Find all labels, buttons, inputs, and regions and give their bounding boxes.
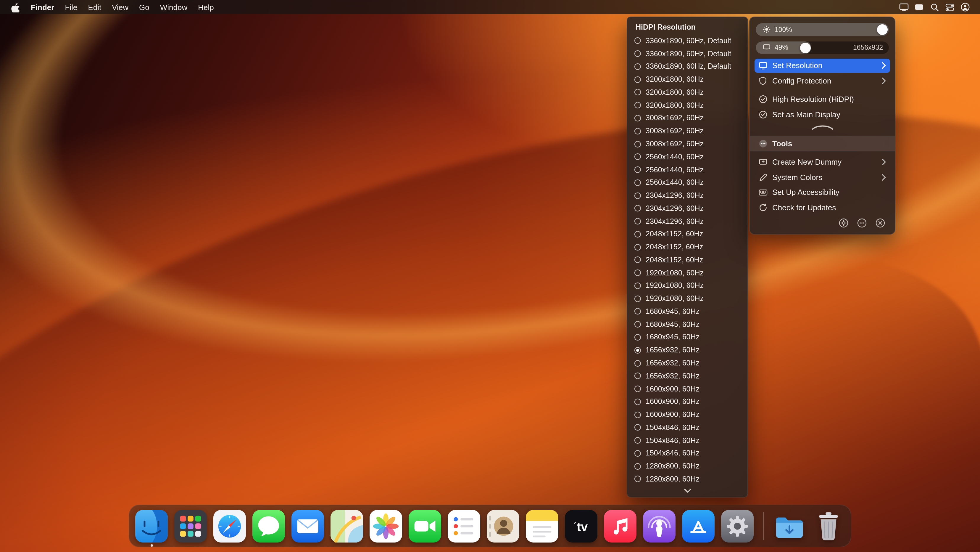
resolution-option[interactable]: 1600x900, 60Hz [627, 382, 748, 395]
dock-icon-finder[interactable] [135, 510, 168, 542]
resolution-option[interactable]: 2560x1440, 60Hz [627, 150, 748, 163]
resolution-option[interactable]: 2304x1296, 60Hz [627, 189, 748, 202]
resolution-option[interactable]: 1680x945, 60Hz [627, 318, 748, 331]
resolution-option[interactable]: 1920x1080, 60Hz [627, 279, 748, 292]
resolution-option[interactable]: 1600x900, 60Hz [627, 395, 748, 408]
resolution-option[interactable]: 1656x932, 60Hz [627, 357, 748, 370]
dock-icon-facetime[interactable] [409, 510, 441, 542]
resolution-option[interactable]: 1504x846, 60Hz [627, 447, 748, 460]
resolution-option[interactable]: 1680x945, 60Hz [627, 305, 748, 318]
resolution-option[interactable]: 1656x932, 60Hz [627, 370, 748, 383]
resolution-option[interactable]: 1680x945, 60Hz [627, 331, 748, 344]
resolution-option[interactable]: 3200x1800, 60Hz [627, 73, 748, 86]
menu-edit[interactable]: Edit [83, 0, 107, 14]
menu-file[interactable]: File [59, 0, 83, 14]
tools-title: Tools [772, 139, 792, 148]
resolution-option[interactable]: 2048x1152, 60Hz [627, 254, 748, 266]
resolution-option[interactable]: 1280x800, 60Hz [627, 460, 748, 473]
resolution-option-label: 1600x900, 60Hz [646, 384, 700, 393]
resolution-option[interactable]: 1656x932, 60Hz [627, 344, 748, 357]
resolution-option-label: 2560x1440, 60Hz [646, 153, 704, 161]
collapse-control[interactable] [754, 123, 890, 131]
menu-item-config-protection[interactable]: Config Protection [754, 74, 890, 88]
dock-icon-downloads[interactable] [773, 510, 806, 542]
radio-icon [635, 154, 641, 160]
resolution-option[interactable]: 3008x1692, 60Hz [627, 137, 748, 150]
brightness-slider[interactable]: 100% [756, 23, 889, 36]
dock-icon-music[interactable] [604, 510, 636, 542]
radio-icon [635, 218, 641, 225]
menu-app-name[interactable]: Finder [25, 0, 59, 14]
dock-icon-safari[interactable] [213, 510, 246, 542]
scale-slider[interactable]: 49% 1656x932 [756, 41, 889, 54]
resolution-option[interactable]: 3008x1692, 60Hz [627, 124, 748, 138]
resolution-option[interactable]: 1920x1080, 60Hz [627, 292, 748, 305]
account-icon[interactable] [958, 0, 973, 14]
menu-item-high-resolution[interactable]: High Resolution (HiDPI) [754, 93, 890, 106]
paintbrush-icon [758, 173, 768, 182]
close-icon[interactable] [875, 217, 885, 228]
resolution-option[interactable]: 3360x1890, 60Hz, Default [627, 47, 748, 61]
resolution-option[interactable]: 1600x900, 60Hz [627, 408, 748, 421]
menu-item-set-resolution[interactable]: Set Resolution [754, 59, 890, 73]
resolution-option-label: 2560x1440, 60Hz [646, 166, 704, 174]
resolution-option[interactable]: 3200x1800, 60Hz [627, 86, 748, 99]
dock-icon-contacts[interactable] [487, 510, 519, 542]
resolution-option[interactable]: 1920x1080, 60Hz [627, 266, 748, 279]
resolution-option[interactable]: 3008x1692, 60Hz [627, 112, 748, 124]
resolution-option[interactable]: 3200x1800, 60Hz [627, 99, 748, 112]
resolution-option[interactable]: 2048x1152, 60Hz [627, 228, 748, 241]
menu-go[interactable]: Go [134, 0, 155, 14]
resolution-option[interactable]: 2560x1440, 60Hz [627, 176, 748, 189]
apple-menu[interactable] [7, 0, 25, 14]
resolution-option[interactable]: 2560x1440, 60Hz [627, 163, 748, 176]
resolution-option[interactable]: 3360x1890, 60Hz, Default [627, 34, 748, 47]
dock-icon-notes[interactable] [526, 510, 558, 542]
refresh-icon [758, 203, 768, 212]
dock-icon-messages[interactable] [252, 510, 285, 542]
more-icon[interactable] [856, 217, 867, 228]
resolution-option-label: 1680x945, 60Hz [646, 307, 700, 316]
settings-icon[interactable] [838, 217, 849, 228]
resolution-option[interactable]: 1280x800, 60Hz [627, 473, 748, 486]
dock-icon-system-settings[interactable] [721, 510, 754, 542]
resolution-option-label: 1280x800, 60Hz [646, 475, 700, 483]
menu-help[interactable]: Help [192, 0, 219, 14]
radio-icon [635, 115, 641, 121]
resolution-option[interactable]: 2304x1296, 60Hz [627, 202, 748, 215]
menu-item-check-for-updates[interactable]: Check for Updates [754, 201, 890, 214]
resolution-option[interactable]: 1504x846, 60Hz [627, 421, 748, 434]
menu-item-create-new-dummy[interactable]: Create New Dummy [754, 155, 890, 169]
menu-item-label: Set Up Accessibility [772, 188, 840, 197]
scroll-down-control[interactable] [627, 486, 748, 495]
control-center-icon[interactable] [942, 0, 958, 14]
dock-icon-launchpad[interactable] [174, 510, 207, 542]
dock-icon-reminders[interactable] [448, 510, 480, 542]
menu-view[interactable]: View [107, 0, 134, 14]
scale-knob[interactable] [800, 42, 811, 53]
dock-icon-maps[interactable] [331, 510, 363, 542]
menu-item-label: Create New Dummy [772, 158, 842, 167]
search-icon[interactable] [927, 0, 942, 14]
menu-item-set-up-accessibility[interactable]: Set Up Accessibility [754, 185, 890, 199]
dock: tv [129, 505, 851, 547]
resolution-option-label: 2304x1296, 60Hz [646, 204, 704, 213]
dock-icon-trash[interactable] [812, 510, 845, 542]
dock-icon-app-store[interactable] [682, 510, 714, 542]
dock-icon-tv[interactable]: tv [565, 510, 597, 542]
resolution-option[interactable]: 2304x1296, 60Hz [627, 215, 748, 228]
resolution-option[interactable]: 1504x846, 60Hz [627, 434, 748, 447]
resolution-option-label: 1680x945, 60Hz [646, 320, 700, 329]
menu-item-system-colors[interactable]: System Colors [754, 170, 890, 184]
dummy-display-icon[interactable] [912, 0, 927, 14]
brightness-knob[interactable] [877, 24, 888, 35]
display-status-icon[interactable] [896, 0, 912, 14]
dock-icon-mail[interactable] [291, 510, 324, 542]
resolution-option[interactable]: 2048x1152, 60Hz [627, 241, 748, 254]
radio-icon [635, 295, 641, 302]
dock-icon-photos[interactable] [369, 510, 402, 542]
menu-window[interactable]: Window [155, 0, 193, 14]
menu-item-set-main-display[interactable]: Set as Main Display [754, 107, 890, 121]
dock-icon-podcasts[interactable] [643, 510, 676, 542]
resolution-option[interactable]: 3360x1890, 60Hz, Default [627, 60, 748, 73]
